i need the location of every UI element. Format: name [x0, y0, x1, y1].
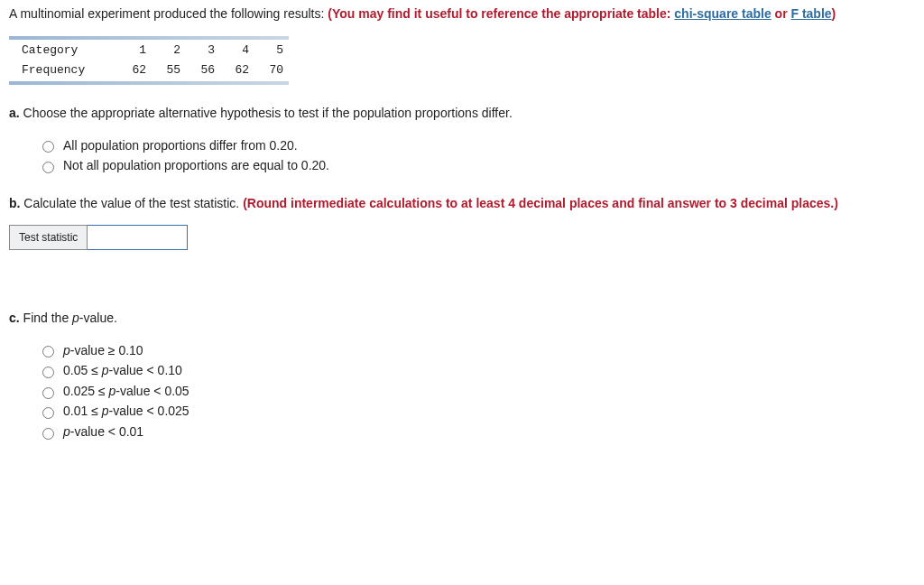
radio-c1[interactable] — [42, 346, 54, 358]
part-a-text: Choose the appropriate alternative hypot… — [20, 106, 513, 120]
f-table-link[interactable]: F table — [790, 6, 831, 21]
part-c: c. Find the p-value. p-value ≥ 0.10 0.05… — [9, 310, 915, 441]
intro-text: A multinomial experiment produced the fo… — [9, 5, 915, 23]
intro-bold: (You may find it useful to reference the… — [328, 6, 674, 21]
part-b: b. Calculate the value of the test stati… — [9, 195, 915, 255]
radio-c3[interactable] — [42, 387, 54, 399]
part-b-bold: (Round intermediate calculations to at l… — [243, 196, 838, 210]
table-row: Frequency 62 55 56 62 70 — [9, 60, 289, 80]
test-statistic-table: Test statistic — [9, 225, 188, 250]
radio-option-a2: Not all population proportions are equal… — [38, 157, 915, 175]
radio-option-c5: p-value < 0.01 — [38, 423, 915, 441]
intro-close: ) — [832, 6, 836, 21]
radio-option-c2: 0.05 ≤ p-value < 0.10 — [38, 362, 915, 380]
radio-a2-label: Not all population proportions are equal… — [63, 157, 329, 175]
part-c-label: c. — [9, 311, 20, 325]
radio-a2[interactable] — [42, 162, 54, 173]
radio-option-c1: p-value ≥ 0.10 — [38, 342, 915, 360]
part-b-text: Calculate the value of the test statisti… — [20, 196, 243, 210]
row-label-category: Category — [9, 41, 117, 60]
radio-a1[interactable] — [42, 141, 54, 153]
radio-a1-label: All population proportions differ from 0… — [63, 137, 298, 155]
part-a: a. Choose the appropriate alternative hy… — [9, 105, 915, 175]
intro-prefix: A multinomial experiment produced the fo… — [9, 6, 328, 21]
test-statistic-label: Test statistic — [10, 226, 88, 250]
radio-c2[interactable] — [42, 367, 54, 378]
radio-c5[interactable] — [42, 428, 54, 440]
table-row: Category 1 2 3 4 5 — [9, 41, 289, 60]
part-a-label: a. — [9, 106, 20, 120]
radio-option-c4: 0.01 ≤ p-value < 0.025 — [38, 403, 915, 421]
frequency-table: Category 1 2 3 4 5 Frequency 62 55 56 62… — [9, 36, 289, 85]
intro-or: or — [772, 6, 791, 21]
part-c-prefix: Find the — [20, 311, 72, 325]
chi-square-link[interactable]: chi-square table — [674, 6, 771, 21]
row-label-frequency: Frequency — [9, 60, 117, 80]
radio-c4[interactable] — [42, 407, 54, 419]
part-c-suffix: -value. — [79, 311, 117, 325]
radio-option-a1: All population proportions differ from 0… — [38, 137, 915, 155]
radio-option-c3: 0.025 ≤ p-value < 0.05 — [38, 383, 915, 401]
part-b-label: b. — [9, 196, 20, 210]
test-statistic-input[interactable] — [88, 226, 188, 250]
